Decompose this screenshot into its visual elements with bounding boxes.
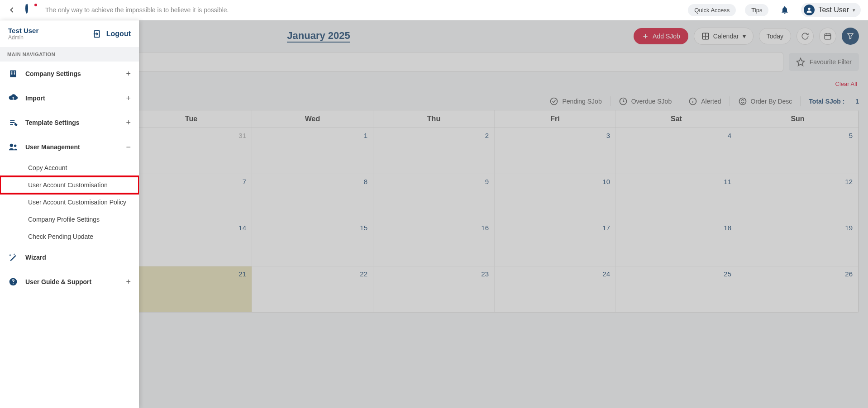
user-name-label: Test User (818, 6, 849, 14)
topbar: The only way to achieve the impossible i… (0, 0, 868, 20)
back-arrow-icon[interactable] (7, 5, 16, 14)
avatar-icon (804, 5, 815, 15)
chevron-down-icon: ▾ (853, 7, 855, 13)
tips-button[interactable]: Tips (745, 4, 768, 16)
svg-point-0 (808, 8, 811, 10)
user-menu[interactable]: Test User ▾ (801, 3, 861, 17)
quick-access-button[interactable]: Quick Access (688, 4, 736, 16)
motto-text: The only way to achieve the impossible i… (45, 6, 679, 14)
notifications-icon[interactable] (780, 5, 789, 14)
app-logo-icon[interactable] (25, 5, 36, 15)
